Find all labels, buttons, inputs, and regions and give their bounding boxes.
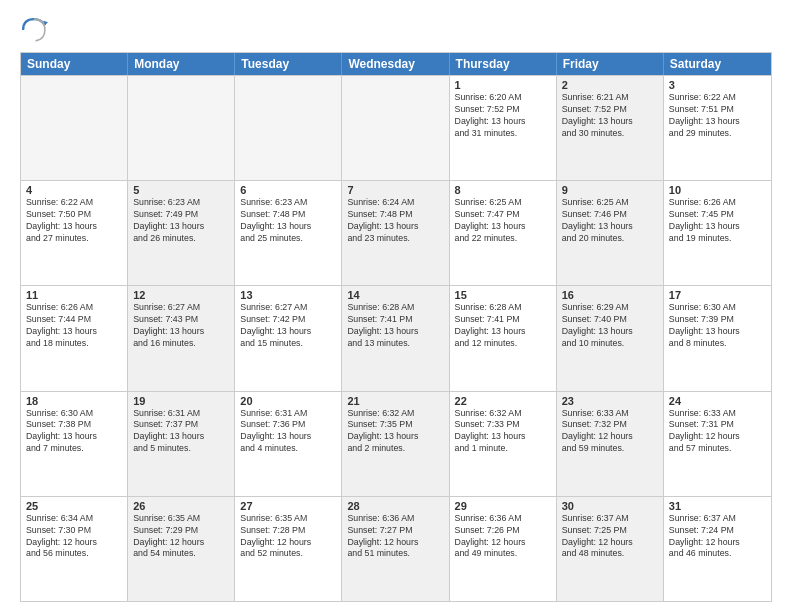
day-info: Sunrise: 6:24 AM Sunset: 7:48 PM Dayligh… [347,197,443,245]
calendar-header: SundayMondayTuesdayWednesdayThursdayFrid… [21,53,771,75]
day-cell-11: 11Sunrise: 6:26 AM Sunset: 7:44 PM Dayli… [21,286,128,390]
empty-cell-0-0 [21,76,128,180]
day-info: Sunrise: 6:22 AM Sunset: 7:50 PM Dayligh… [26,197,122,245]
day-info: Sunrise: 6:35 AM Sunset: 7:29 PM Dayligh… [133,513,229,561]
day-cell-4: 4Sunrise: 6:22 AM Sunset: 7:50 PM Daylig… [21,181,128,285]
day-cell-7: 7Sunrise: 6:24 AM Sunset: 7:48 PM Daylig… [342,181,449,285]
week-row-3: 11Sunrise: 6:26 AM Sunset: 7:44 PM Dayli… [21,285,771,390]
day-number: 12 [133,289,229,301]
day-number: 6 [240,184,336,196]
day-info: Sunrise: 6:27 AM Sunset: 7:43 PM Dayligh… [133,302,229,350]
day-number: 22 [455,395,551,407]
day-info: Sunrise: 6:21 AM Sunset: 7:52 PM Dayligh… [562,92,658,140]
day-number: 8 [455,184,551,196]
day-cell-12: 12Sunrise: 6:27 AM Sunset: 7:43 PM Dayli… [128,286,235,390]
day-number: 28 [347,500,443,512]
day-number: 20 [240,395,336,407]
day-number: 23 [562,395,658,407]
day-number: 19 [133,395,229,407]
day-cell-5: 5Sunrise: 6:23 AM Sunset: 7:49 PM Daylig… [128,181,235,285]
page: SundayMondayTuesdayWednesdayThursdayFrid… [0,0,792,612]
day-info: Sunrise: 6:36 AM Sunset: 7:27 PM Dayligh… [347,513,443,561]
day-info: Sunrise: 6:23 AM Sunset: 7:49 PM Dayligh… [133,197,229,245]
day-cell-24: 24Sunrise: 6:33 AM Sunset: 7:31 PM Dayli… [664,392,771,496]
day-info: Sunrise: 6:28 AM Sunset: 7:41 PM Dayligh… [347,302,443,350]
day-info: Sunrise: 6:36 AM Sunset: 7:26 PM Dayligh… [455,513,551,561]
day-cell-30: 30Sunrise: 6:37 AM Sunset: 7:25 PM Dayli… [557,497,664,601]
day-cell-25: 25Sunrise: 6:34 AM Sunset: 7:30 PM Dayli… [21,497,128,601]
day-cell-2: 2Sunrise: 6:21 AM Sunset: 7:52 PM Daylig… [557,76,664,180]
day-number: 26 [133,500,229,512]
day-number: 3 [669,79,766,91]
day-cell-28: 28Sunrise: 6:36 AM Sunset: 7:27 PM Dayli… [342,497,449,601]
day-info: Sunrise: 6:33 AM Sunset: 7:32 PM Dayligh… [562,408,658,456]
day-cell-13: 13Sunrise: 6:27 AM Sunset: 7:42 PM Dayli… [235,286,342,390]
week-row-5: 25Sunrise: 6:34 AM Sunset: 7:30 PM Dayli… [21,496,771,601]
day-number: 17 [669,289,766,301]
header-thursday: Thursday [450,53,557,75]
day-info: Sunrise: 6:30 AM Sunset: 7:38 PM Dayligh… [26,408,122,456]
week-row-4: 18Sunrise: 6:30 AM Sunset: 7:38 PM Dayli… [21,391,771,496]
day-number: 10 [669,184,766,196]
day-info: Sunrise: 6:31 AM Sunset: 7:36 PM Dayligh… [240,408,336,456]
header [20,16,772,44]
day-number: 7 [347,184,443,196]
day-info: Sunrise: 6:28 AM Sunset: 7:41 PM Dayligh… [455,302,551,350]
day-info: Sunrise: 6:32 AM Sunset: 7:35 PM Dayligh… [347,408,443,456]
empty-cell-0-1 [128,76,235,180]
day-cell-8: 8Sunrise: 6:25 AM Sunset: 7:47 PM Daylig… [450,181,557,285]
week-row-1: 1Sunrise: 6:20 AM Sunset: 7:52 PM Daylig… [21,75,771,180]
day-number: 25 [26,500,122,512]
day-number: 4 [26,184,122,196]
day-info: Sunrise: 6:32 AM Sunset: 7:33 PM Dayligh… [455,408,551,456]
day-number: 13 [240,289,336,301]
day-number: 29 [455,500,551,512]
day-cell-23: 23Sunrise: 6:33 AM Sunset: 7:32 PM Dayli… [557,392,664,496]
day-number: 31 [669,500,766,512]
day-cell-14: 14Sunrise: 6:28 AM Sunset: 7:41 PM Dayli… [342,286,449,390]
day-number: 9 [562,184,658,196]
day-cell-1: 1Sunrise: 6:20 AM Sunset: 7:52 PM Daylig… [450,76,557,180]
day-number: 30 [562,500,658,512]
day-number: 5 [133,184,229,196]
header-wednesday: Wednesday [342,53,449,75]
day-info: Sunrise: 6:37 AM Sunset: 7:24 PM Dayligh… [669,513,766,561]
logo [20,16,52,44]
day-cell-3: 3Sunrise: 6:22 AM Sunset: 7:51 PM Daylig… [664,76,771,180]
day-cell-31: 31Sunrise: 6:37 AM Sunset: 7:24 PM Dayli… [664,497,771,601]
header-tuesday: Tuesday [235,53,342,75]
logo-icon [20,16,48,44]
day-info: Sunrise: 6:20 AM Sunset: 7:52 PM Dayligh… [455,92,551,140]
day-info: Sunrise: 6:26 AM Sunset: 7:45 PM Dayligh… [669,197,766,245]
day-cell-9: 9Sunrise: 6:25 AM Sunset: 7:46 PM Daylig… [557,181,664,285]
day-info: Sunrise: 6:35 AM Sunset: 7:28 PM Dayligh… [240,513,336,561]
day-number: 16 [562,289,658,301]
day-cell-19: 19Sunrise: 6:31 AM Sunset: 7:37 PM Dayli… [128,392,235,496]
day-number: 2 [562,79,658,91]
day-number: 1 [455,79,551,91]
header-saturday: Saturday [664,53,771,75]
day-info: Sunrise: 6:29 AM Sunset: 7:40 PM Dayligh… [562,302,658,350]
day-info: Sunrise: 6:31 AM Sunset: 7:37 PM Dayligh… [133,408,229,456]
empty-cell-0-2 [235,76,342,180]
day-number: 21 [347,395,443,407]
day-info: Sunrise: 6:25 AM Sunset: 7:46 PM Dayligh… [562,197,658,245]
day-info: Sunrise: 6:33 AM Sunset: 7:31 PM Dayligh… [669,408,766,456]
calendar-body: 1Sunrise: 6:20 AM Sunset: 7:52 PM Daylig… [21,75,771,601]
header-friday: Friday [557,53,664,75]
day-number: 14 [347,289,443,301]
calendar: SundayMondayTuesdayWednesdayThursdayFrid… [20,52,772,602]
day-cell-22: 22Sunrise: 6:32 AM Sunset: 7:33 PM Dayli… [450,392,557,496]
day-cell-29: 29Sunrise: 6:36 AM Sunset: 7:26 PM Dayli… [450,497,557,601]
header-sunday: Sunday [21,53,128,75]
day-info: Sunrise: 6:23 AM Sunset: 7:48 PM Dayligh… [240,197,336,245]
day-info: Sunrise: 6:30 AM Sunset: 7:39 PM Dayligh… [669,302,766,350]
day-number: 24 [669,395,766,407]
day-cell-26: 26Sunrise: 6:35 AM Sunset: 7:29 PM Dayli… [128,497,235,601]
day-cell-10: 10Sunrise: 6:26 AM Sunset: 7:45 PM Dayli… [664,181,771,285]
header-monday: Monday [128,53,235,75]
day-cell-20: 20Sunrise: 6:31 AM Sunset: 7:36 PM Dayli… [235,392,342,496]
day-cell-21: 21Sunrise: 6:32 AM Sunset: 7:35 PM Dayli… [342,392,449,496]
day-info: Sunrise: 6:22 AM Sunset: 7:51 PM Dayligh… [669,92,766,140]
day-info: Sunrise: 6:37 AM Sunset: 7:25 PM Dayligh… [562,513,658,561]
